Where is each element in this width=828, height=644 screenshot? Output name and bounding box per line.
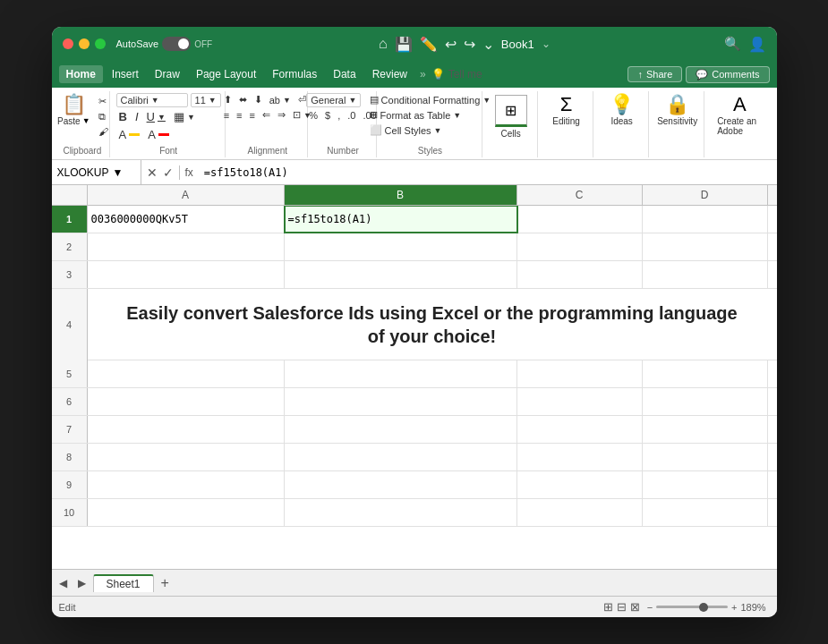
indent-decrease-btn[interactable]: ⇐: [260, 108, 273, 122]
cell-a1[interactable]: 0036000000QKv5T: [88, 206, 285, 233]
italic-btn[interactable]: I: [132, 109, 141, 124]
copy-btn[interactable]: ⧉: [96, 110, 111, 123]
col-header-c[interactable]: C: [517, 185, 643, 205]
home-icon[interactable]: ⌂: [379, 36, 388, 52]
page-view-icon[interactable]: ⊟: [617, 600, 627, 614]
cell-b3[interactable]: [285, 261, 517, 288]
sheet-nav-right[interactable]: ▶: [74, 575, 90, 591]
cell-c6[interactable]: [517, 388, 643, 415]
sheet-nav-left[interactable]: ◀: [55, 575, 71, 591]
cell-c9[interactable]: [517, 471, 643, 498]
cell-d2[interactable]: [643, 233, 768, 260]
cell-a2[interactable]: [88, 233, 285, 260]
redo-icon[interactable]: ↪: [464, 36, 475, 53]
menu-item-insert[interactable]: Insert: [105, 65, 146, 83]
add-sheet-button[interactable]: +: [158, 575, 173, 591]
cell-c10[interactable]: [517, 499, 643, 526]
comma-btn[interactable]: ,: [335, 109, 343, 122]
clipboard-btn[interactable]: 📋 Paste ▼: [54, 93, 94, 128]
align-center-btn[interactable]: ≡: [234, 109, 244, 122]
cell-a3[interactable]: [88, 261, 285, 288]
cell-d3[interactable]: [643, 261, 768, 288]
cut-btn[interactable]: ✂: [96, 95, 111, 108]
underline-btn[interactable]: U ▼: [144, 109, 168, 124]
cell-d10[interactable]: [643, 499, 768, 526]
cell-b1[interactable]: =sf15to18(A1): [285, 206, 517, 233]
cell-a8[interactable]: [88, 444, 285, 470]
indent-increase-btn[interactable]: ⇒: [275, 108, 288, 122]
zoom-slider[interactable]: [656, 606, 728, 608]
page-break-view-icon[interactable]: ⊠: [630, 600, 640, 614]
cell-b2[interactable]: [285, 233, 517, 260]
more-icon[interactable]: ⌄: [482, 36, 494, 53]
edit-icon[interactable]: ✏️: [420, 36, 438, 53]
autosave-toggle[interactable]: [162, 37, 191, 51]
currency-btn[interactable]: $: [322, 109, 333, 122]
cell-b9[interactable]: [285, 471, 517, 498]
cell-d1[interactable]: [643, 206, 768, 233]
search-icon[interactable]: 🔍: [724, 36, 741, 52]
conditional-formatting-btn[interactable]: ▤ Conditional Formatting ▼: [367, 93, 494, 106]
cancel-formula-btn[interactable]: ✕: [147, 165, 158, 180]
cell-d7[interactable]: [643, 416, 768, 443]
menu-item-review[interactable]: Review: [365, 65, 414, 83]
format-table-btn[interactable]: ⊞ Format as Table ▼: [367, 108, 494, 122]
align-left-btn[interactable]: ≡: [221, 109, 232, 122]
font-color-btn[interactable]: A: [145, 127, 172, 142]
comments-button[interactable]: 💬 Comments: [686, 66, 769, 83]
cell-c3[interactable]: [517, 261, 643, 288]
confirm-formula-btn[interactable]: ✓: [163, 165, 174, 180]
cell-a10[interactable]: [88, 499, 285, 526]
name-box[interactable]: XLOOKUP ▼: [52, 160, 141, 184]
align-right-btn[interactable]: ≡: [247, 109, 258, 122]
col-header-b[interactable]: B: [285, 185, 517, 205]
border-btn[interactable]: ▦ ▼: [171, 109, 198, 124]
profile-icon[interactable]: 👤: [748, 36, 766, 53]
close-button[interactable]: [63, 38, 73, 49]
col-header-d[interactable]: D: [643, 185, 768, 205]
create-adobe-btn[interactable]: A Create an Adobe: [713, 93, 765, 138]
cell-b8[interactable]: [285, 444, 517, 470]
maximize-button[interactable]: [95, 38, 106, 49]
align-bottom-btn[interactable]: ⬇: [252, 93, 265, 106]
cell-a7[interactable]: [88, 416, 285, 443]
cell-a9[interactable]: [88, 471, 285, 498]
font-size-selector[interactable]: 11 ▼: [191, 93, 221, 107]
tell-me[interactable]: 💡 Tell me: [431, 68, 482, 80]
menu-item-home[interactable]: Home: [59, 65, 103, 83]
menu-item-page-layout[interactable]: Page Layout: [189, 65, 263, 83]
col-header-a[interactable]: A: [88, 185, 285, 205]
number-format-selector[interactable]: General ▼: [306, 93, 361, 107]
menu-item-formulas[interactable]: Formulas: [265, 65, 324, 83]
cell-styles-btn[interactable]: ⬜ Cell Styles ▼: [367, 123, 494, 137]
minimize-button[interactable]: [79, 38, 90, 49]
cell-a5[interactable]: [88, 360, 285, 387]
cell-b6[interactable]: [285, 388, 517, 415]
cell-c5[interactable]: [517, 360, 643, 387]
cell-c2[interactable]: [517, 233, 643, 260]
percent-btn[interactable]: %: [306, 109, 320, 122]
bold-btn[interactable]: B: [116, 109, 130, 124]
cell-c8[interactable]: [517, 444, 643, 470]
orientation-btn[interactable]: ab ▼: [267, 94, 294, 106]
normal-view-icon[interactable]: ⊞: [603, 600, 613, 614]
undo-icon[interactable]: ↩: [445, 36, 457, 53]
align-middle-btn[interactable]: ⬌: [236, 93, 250, 106]
editing-btn[interactable]: Σ Editing: [549, 93, 585, 128]
cell-a6[interactable]: [88, 388, 285, 415]
sensitivity-btn[interactable]: 🔒 Sensitivity: [653, 93, 701, 128]
share-button[interactable]: ↑ Share: [627, 66, 682, 82]
cell-b7[interactable]: [285, 416, 517, 443]
cells-btn[interactable]: ⊞ Cells: [491, 93, 531, 140]
align-top-btn[interactable]: ⬆: [221, 93, 235, 106]
cell-b5[interactable]: [285, 360, 517, 387]
menu-item-draw[interactable]: Draw: [148, 65, 187, 83]
ideas-btn[interactable]: 💡 Ideas: [604, 93, 640, 128]
fill-color-btn[interactable]: A: [116, 127, 143, 142]
save-icon[interactable]: 💾: [395, 36, 413, 53]
cell-d5[interactable]: [643, 360, 768, 387]
cell-c7[interactable]: [517, 416, 643, 443]
menu-item-data[interactable]: Data: [326, 65, 363, 83]
cell-b10[interactable]: [285, 499, 517, 526]
sheet-tab-sheet1[interactable]: Sheet1: [93, 574, 154, 592]
